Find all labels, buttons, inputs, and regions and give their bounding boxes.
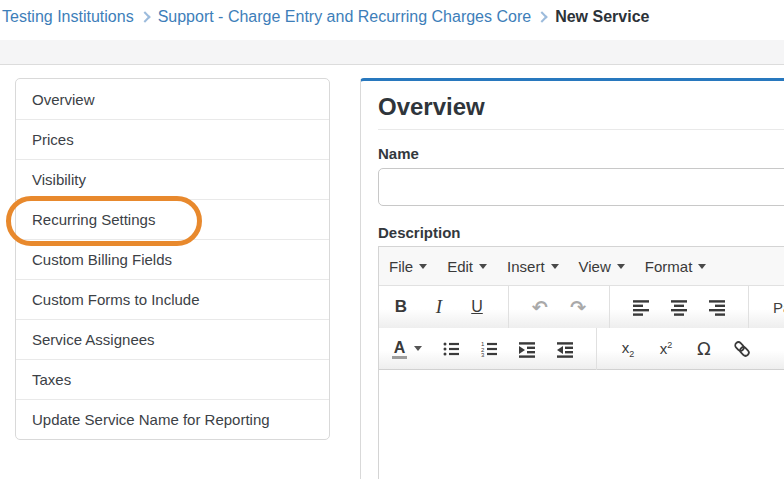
toolbar-separator [508,286,509,328]
overview-panel: Overview Name Description File Edit Inse… [360,78,784,479]
chevron-down-icon [419,264,427,269]
outdent-icon [556,340,574,358]
numbered-list-button[interactable]: 123 [472,332,506,366]
editor-toolbar-row1: B I U ↶ ↷ Para [379,286,784,328]
description-label: Description [378,224,784,242]
sidebar-item-update-service-name[interactable]: Update Service Name for Reporting [16,399,329,439]
undo-icon: ↶ [532,296,548,318]
toolbar-separator [748,286,749,328]
align-right-icon [708,298,726,316]
editor-menubar: File Edit Insert View Format [379,247,784,286]
indent-button[interactable] [510,332,544,366]
omega-icon: Ω [697,338,711,359]
subscript-button[interactable]: x2 [611,332,645,366]
menu-format[interactable]: Format [635,247,717,285]
editor-content[interactable] [379,370,784,479]
undo-button[interactable]: ↶ [523,290,557,324]
chevron-down-icon [617,264,625,269]
align-left-icon [632,298,650,316]
page-title: Overview [378,92,784,130]
rich-text-editor: File Edit Insert View Format B I U ↶ ↷ [378,246,784,479]
name-input[interactable] [378,168,784,206]
sidebar-item-custom-forms[interactable]: Custom Forms to Include [16,279,329,319]
align-right-button[interactable] [700,290,734,324]
italic-icon: I [436,296,442,318]
editor-toolbar-row2: A 123 x2 x2 Ω [379,328,784,370]
chevron-down-icon [414,346,422,351]
subscript-icon: x2 [622,339,635,359]
name-label: Name [378,145,784,163]
breadcrumb-link-institution[interactable]: Testing Institutions [2,8,134,26]
chevron-right-icon [139,11,150,22]
sidebar-item-service-assignees[interactable]: Service Assignees [16,319,329,359]
superscript-icon: x2 [660,340,673,357]
menu-edit[interactable]: Edit [437,247,497,285]
indent-icon [518,340,536,358]
italic-button[interactable]: I [422,290,456,324]
chevron-down-icon [551,264,559,269]
bullet-list-icon [442,340,460,358]
text-color-icon: A [392,339,408,359]
sidebar-item-visibility[interactable]: Visibility [16,159,329,199]
chevron-down-icon [698,264,706,269]
special-character-button[interactable]: Ω [687,332,721,366]
text-color-button[interactable]: A [384,332,430,366]
insert-link-button[interactable] [725,332,759,366]
align-left-button[interactable] [624,290,658,324]
align-center-button[interactable] [662,290,696,324]
menu-insert[interactable]: Insert [497,247,569,285]
sidebar-nav: Overview Prices Visibility Recurring Set… [15,78,330,440]
header-divider-strip [0,40,784,65]
sidebar-item-taxes[interactable]: Taxes [16,359,329,399]
chevron-right-icon [536,11,547,22]
sidebar-item-prices[interactable]: Prices [16,119,329,159]
paragraph-format-dropdown[interactable]: Para [761,286,784,328]
sidebar-item-overview[interactable]: Overview [16,79,329,119]
numbered-list-icon: 123 [480,340,498,358]
toolbar-separator [609,286,610,328]
sidebar-item-custom-billing-fields[interactable]: Custom Billing Fields [16,239,329,279]
svg-text:3: 3 [481,352,485,358]
link-icon [733,340,751,358]
breadcrumb-current-page: New Service [555,8,649,26]
menu-file[interactable]: File [379,247,437,285]
bold-icon: B [395,297,407,317]
redo-button[interactable]: ↷ [561,290,595,324]
sidebar-item-recurring-settings[interactable]: Recurring Settings [16,199,329,239]
underline-icon: U [471,298,483,316]
bold-button[interactable]: B [384,290,418,324]
breadcrumb-link-service-group[interactable]: Support - Charge Entry and Recurring Cha… [158,8,532,26]
toolbar-separator [596,328,597,370]
menu-view[interactable]: View [569,247,635,285]
align-center-icon [670,298,688,316]
outdent-button[interactable] [548,332,582,366]
breadcrumb: Testing Institutions Support - Charge En… [0,0,784,40]
underline-button[interactable]: U [460,290,494,324]
superscript-button[interactable]: x2 [649,332,683,366]
chevron-down-icon [479,264,487,269]
redo-icon: ↷ [570,296,586,318]
bullet-list-button[interactable] [434,332,468,366]
